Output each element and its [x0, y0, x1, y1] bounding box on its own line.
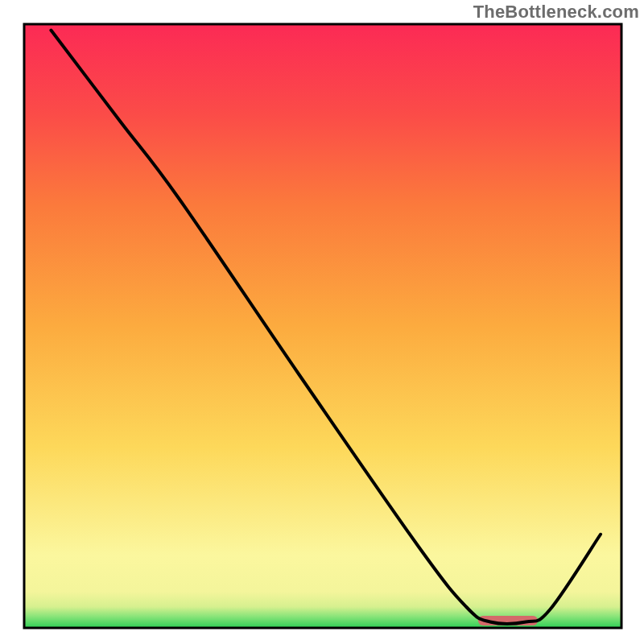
chart-stage: TheBottleneck.com	[0, 0, 644, 644]
watermark-text: TheBottleneck.com	[473, 2, 639, 23]
bottleneck-chart	[0, 0, 644, 644]
plot-area	[24, 24, 621, 628]
